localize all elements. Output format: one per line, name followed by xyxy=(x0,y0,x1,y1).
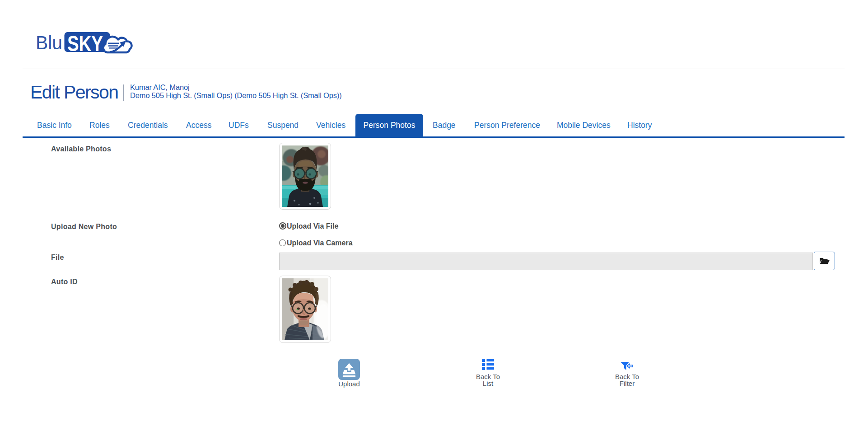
svg-text:SKY: SKY xyxy=(67,32,103,56)
svg-text:Blu: Blu xyxy=(36,32,62,53)
